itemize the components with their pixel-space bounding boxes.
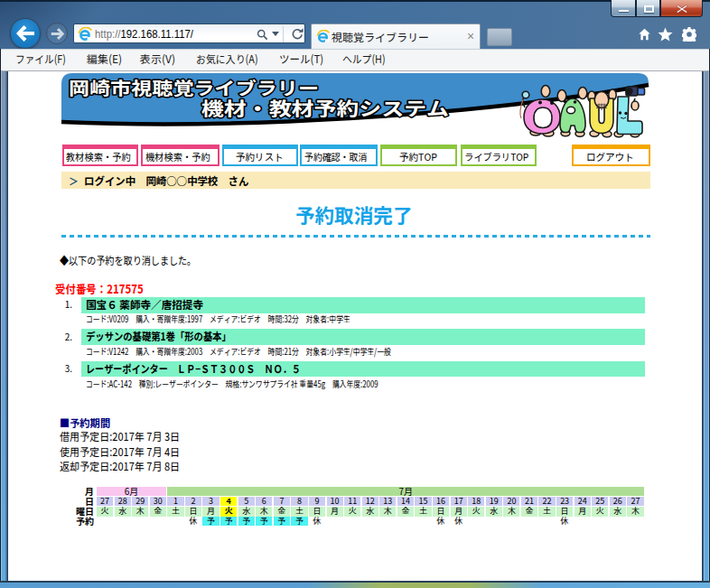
svg-text:機材・教材予約システム: 機材・教材予約システム [201,94,449,121]
